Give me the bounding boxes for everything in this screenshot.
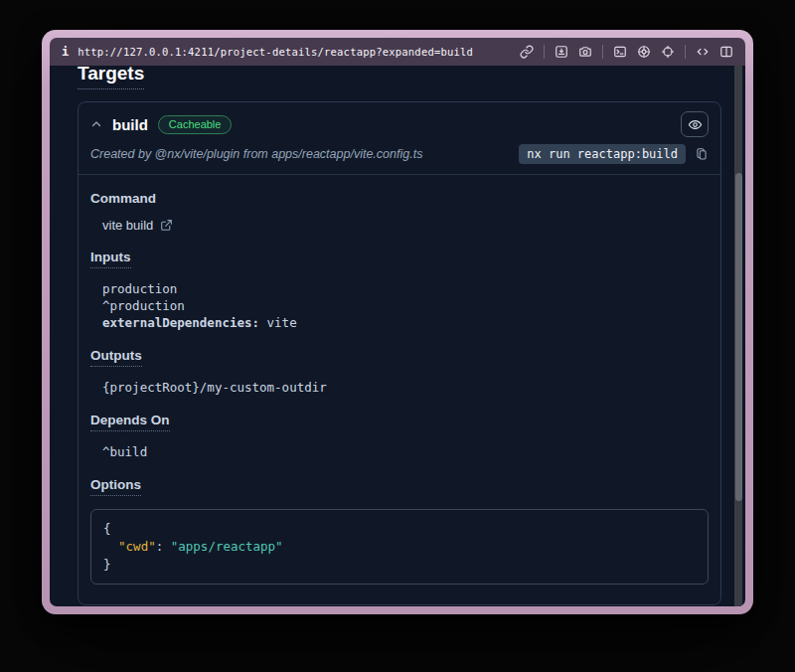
target-name-build: build — [112, 116, 148, 133]
titlebar-toolbar — [520, 45, 733, 59]
build-target-body: Command vite build Inputs production — [79, 175, 720, 604]
input-item: production — [102, 280, 709, 297]
section-outputs: Outputs {projectRoot}/my-custom-outdir — [90, 346, 709, 396]
target-icon[interactable] — [661, 45, 675, 59]
build-target-subheader: Created by @nx/vite/plugin from apps/rea… — [79, 141, 720, 175]
outputs-label[interactable]: Outputs — [90, 348, 142, 367]
json-close-brace: } — [103, 557, 111, 572]
options-label[interactable]: Options — [90, 477, 141, 496]
build-target-header[interactable]: build Cacheable — [79, 102, 720, 141]
section-depends-on: Depends On ^build — [90, 411, 709, 460]
section-inputs: Inputs production ^production externalDe… — [90, 248, 709, 331]
inputs-label[interactable]: Inputs — [90, 250, 131, 268]
browser-window: i http://127.0.0.1:4211/project-details/… — [42, 30, 753, 614]
depends-on-item: ^build — [102, 443, 709, 460]
created-by-text: Created by @nx/vite/plugin from apps/rea… — [90, 147, 422, 161]
output-item: {projectRoot}/my-custom-outdir — [102, 379, 709, 396]
code-icon[interactable] — [696, 45, 710, 59]
section-command: Command vite build — [90, 189, 709, 233]
external-deps-key: externalDependencies: — [102, 315, 259, 330]
target-card-build: build Cacheable Created by @nx/vite/plug… — [78, 101, 721, 605]
browser-titlebar: i http://127.0.0.1:4211/project-details/… — [50, 38, 745, 66]
run-command-chip[interactable]: nx run reactapp:build — [519, 144, 686, 164]
external-deps-value: vite — [259, 315, 297, 330]
json-value-cwd: "apps/reactapp" — [171, 539, 283, 554]
input-item: ^production — [102, 297, 709, 314]
options-json-block: { "cwd": "apps/reactapp" } — [90, 509, 709, 585]
json-open-brace: { — [103, 521, 111, 536]
camera-icon[interactable] — [578, 45, 592, 59]
page-title: Targets — [78, 66, 144, 89]
input-item-external-deps: externalDependencies: vite — [102, 314, 709, 331]
toolbar-separator — [685, 45, 686, 59]
toolbar-separator — [602, 45, 603, 59]
scrollbar-thumb[interactable] — [735, 173, 742, 501]
technical-details-button[interactable] — [681, 111, 709, 137]
wheel-icon[interactable] — [637, 45, 651, 59]
command-value: vite build — [102, 218, 153, 233]
link-icon[interactable] — [520, 45, 534, 59]
copy-icon[interactable] — [695, 146, 709, 162]
split-view-icon[interactable] — [719, 45, 733, 59]
json-separator: : — [156, 539, 171, 554]
project-details-page: Targets build Cacheable Created by @nx/v… — [50, 66, 745, 606]
depends-on-label[interactable]: Depends On — [90, 413, 170, 431]
inbox-icon[interactable] — [555, 45, 568, 59]
external-link-icon[interactable] — [160, 219, 173, 232]
toolbar-separator — [544, 45, 545, 59]
command-label: Command — [90, 191, 156, 206]
info-icon: i — [62, 45, 69, 59]
terminal-icon[interactable] — [613, 45, 627, 59]
json-indent — [103, 539, 118, 554]
address-bar[interactable]: http://127.0.0.1:4211/project-details/re… — [78, 46, 473, 58]
json-key-cwd: "cwd" — [118, 539, 156, 554]
section-options: Options { "cwd": "apps/reactapp" } — [90, 475, 709, 585]
chevron-up-icon[interactable] — [90, 118, 102, 130]
cacheable-badge: Cacheable — [158, 115, 233, 134]
